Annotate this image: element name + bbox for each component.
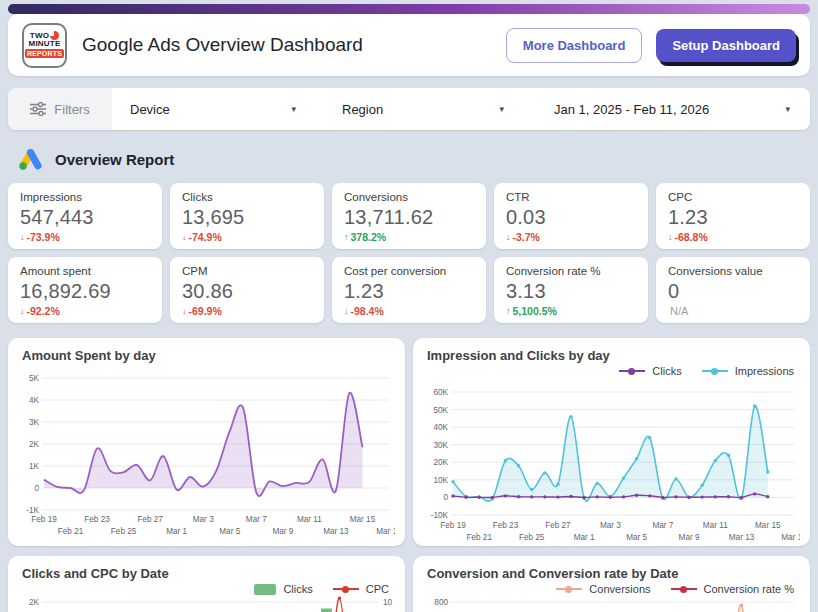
kpi-value: 13,711.62 — [344, 206, 474, 229]
svg-text:3K: 3K — [29, 418, 40, 427]
kpi-grid: Impressions 547,443 ↓-73.9% Clicks 13,69… — [8, 183, 810, 323]
kpi-delta-value: -69.9% — [189, 305, 222, 317]
more-dashboard-button[interactable]: More Dashboard — [506, 28, 643, 63]
kpi-card: CPM 30.86 ↓-69.9% — [170, 257, 324, 323]
impressions-clicks-chart: 60K50K40K30K20K10K0-10KFeb 19Feb 21Feb 2… — [423, 378, 800, 550]
svg-text:Mar 9: Mar 9 — [272, 527, 293, 536]
svg-text:Feb 27: Feb 27 — [137, 515, 163, 524]
amount-spent-chart-card: Amount Spent by day 5K4K3K2K1K0-1KFeb 19… — [8, 338, 405, 546]
svg-text:Mar 1: Mar 1 — [574, 533, 595, 542]
svg-text:Feb 27: Feb 27 — [545, 521, 571, 530]
svg-text:Mar 9: Mar 9 — [679, 533, 700, 542]
kpi-delta-value: -92.2% — [27, 305, 60, 317]
svg-text:Mar 11: Mar 11 — [703, 521, 728, 530]
svg-text:Feb 25: Feb 25 — [111, 527, 137, 536]
kpi-card: Conversions value 0 N/A — [656, 257, 810, 323]
kpi-trend-icon: ↑ — [506, 306, 511, 316]
kpi-trend-icon: ↓ — [20, 306, 25, 316]
kpi-trend-icon: ↓ — [20, 232, 25, 242]
svg-text:5K: 5K — [29, 374, 40, 383]
kpi-delta: ↓-98.4% — [344, 305, 474, 317]
svg-text:Mar 17: Mar 17 — [781, 533, 800, 542]
kpi-label: Cost per conversion — [344, 265, 474, 277]
legend-item[interactable]: Impressions — [702, 365, 794, 377]
kpi-card: Conversion rate % 3.13 ↑5,100.5% — [494, 257, 648, 323]
svg-text:40K: 40K — [433, 423, 448, 432]
kpi-label: Conversion rate % — [506, 265, 636, 277]
svg-text:Feb 21: Feb 21 — [466, 533, 492, 542]
chevron-down-icon: ▾ — [291, 104, 296, 114]
google-ads-icon — [16, 147, 43, 172]
kpi-delta: ↓-92.2% — [20, 305, 150, 317]
kpi-label: Conversions value — [668, 265, 798, 277]
kpi-label: Clicks — [182, 191, 312, 203]
kpi-value: 3.13 — [506, 280, 636, 303]
svg-text:Mar 13: Mar 13 — [729, 533, 755, 542]
svg-text:Feb 19: Feb 19 — [31, 515, 57, 524]
svg-text:800: 800 — [434, 598, 448, 607]
kpi-delta-value: N/A — [670, 305, 688, 317]
chart-title: Impression and Clicks by day — [423, 346, 800, 364]
chevron-down-icon: ▾ — [785, 104, 790, 114]
setup-dashboard-button[interactable]: Setup Dashboard — [656, 29, 796, 62]
legend-item[interactable]: Conversion rate % — [671, 583, 795, 595]
kpi-delta: N/A — [668, 305, 798, 317]
legend-item[interactable]: Conversions — [556, 583, 650, 595]
conversion-rate-chart-card: Conversion and Conversion rate by Date C… — [413, 556, 810, 612]
kpi-delta: ↑5,100.5% — [506, 305, 636, 317]
svg-text:Feb 21: Feb 21 — [58, 527, 84, 536]
chart-legend: ConversionsConversion rate % — [423, 582, 800, 596]
svg-text:Feb 25: Feb 25 — [519, 533, 545, 542]
amount-spent-chart: 5K4K3K2K1K0-1KFeb 19Feb 21Feb 23Feb 25Fe… — [18, 368, 395, 540]
bottom-charts-row: Clicks and CPC by Date ClicksCPC 2K10 Co… — [8, 556, 810, 612]
top-gradient-bar — [8, 4, 810, 14]
device-dropdown[interactable]: Device ▾ — [112, 88, 310, 130]
kpi-card: Conversions 13,711.62 ↑378.2% — [332, 183, 486, 249]
date-range-value: Jan 1, 2025 - Feb 11, 2026 — [554, 102, 709, 117]
legend-item[interactable]: CPC — [333, 583, 389, 595]
svg-text:Mar 17: Mar 17 — [376, 527, 395, 536]
svg-text:0: 0 — [34, 484, 39, 493]
kpi-delta-value: -98.4% — [351, 305, 384, 317]
kpi-trend-icon: ↓ — [182, 232, 187, 242]
svg-text:50K: 50K — [433, 406, 448, 415]
date-range-dropdown[interactable]: Jan 1, 2025 - Feb 11, 2026 ▾ — [518, 88, 810, 130]
kpi-delta-value: -73.9% — [27, 231, 60, 243]
kpi-value: 0.03 — [506, 206, 636, 229]
kpi-delta: ↓-74.9% — [182, 231, 312, 243]
svg-text:Feb 19: Feb 19 — [440, 521, 466, 530]
svg-text:0: 0 — [443, 493, 448, 502]
kpi-delta-value: -74.9% — [189, 231, 222, 243]
kpi-delta: ↓-73.9% — [20, 231, 150, 243]
svg-text:10K: 10K — [433, 476, 448, 485]
kpi-value: 0 — [668, 280, 798, 303]
kpi-trend-icon: ↑ — [344, 232, 349, 242]
filters-button[interactable]: Filters — [8, 88, 112, 130]
device-dropdown-value: Device — [130, 102, 170, 117]
svg-text:Mar 3: Mar 3 — [193, 515, 214, 524]
svg-text:Mar 15: Mar 15 — [350, 515, 376, 524]
legend-item[interactable]: Clicks — [619, 365, 681, 377]
kpi-value: 1.23 — [668, 206, 798, 229]
legend-item[interactable]: Clicks — [254, 583, 312, 595]
svg-text:10: 10 — [383, 598, 393, 607]
svg-text:4K: 4K — [29, 396, 40, 405]
kpi-card: Cost per conversion 1.23 ↓-98.4% — [332, 257, 486, 323]
filters-label: Filters — [54, 102, 89, 117]
kpi-delta-value: -68.8% — [675, 231, 708, 243]
svg-text:30K: 30K — [433, 441, 448, 450]
svg-text:Mar 7: Mar 7 — [246, 515, 267, 524]
kpi-trend-icon: ↓ — [506, 232, 511, 242]
kpi-label: Conversions — [344, 191, 474, 203]
svg-text:Feb 23: Feb 23 — [493, 521, 519, 530]
chart-title: Amount Spent by day — [18, 346, 395, 364]
chart-title: Conversion and Conversion rate by Date — [423, 564, 800, 582]
kpi-trend-icon: ↓ — [182, 306, 187, 316]
clicks-cpc-chart-card: Clicks and CPC by Date ClicksCPC 2K10 — [8, 556, 405, 612]
kpi-delta: ↓-69.9% — [182, 305, 312, 317]
svg-text:2K: 2K — [29, 440, 40, 449]
kpi-value: 30.86 — [182, 280, 312, 303]
impressions-clicks-chart-card: Impression and Clicks by day ClicksImpre… — [413, 338, 810, 546]
kpi-card: CTR 0.03 ↓-3.7% — [494, 183, 648, 249]
region-dropdown[interactable]: Region ▾ — [310, 88, 518, 130]
